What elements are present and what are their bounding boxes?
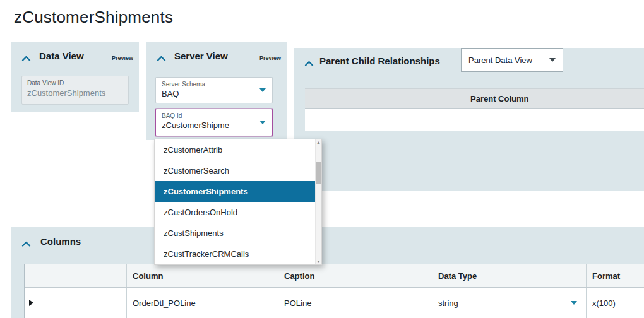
parent-column-header: Parent Column <box>465 89 644 108</box>
caption-cell[interactable]: POLine <box>278 288 432 318</box>
parent-data-view-value: Parent Data View <box>468 56 532 65</box>
parent-column-cell[interactable] <box>465 109 644 131</box>
server-view-preview-button[interactable]: Preview <box>259 55 281 61</box>
parent-table-header-row: Parent Column <box>305 88 644 109</box>
data-view-preview-button[interactable]: Preview <box>112 55 133 61</box>
parent-table-row-selector-cell[interactable] <box>305 109 465 131</box>
columns-title: Columns <box>40 236 81 247</box>
parent-table-header-spacer <box>305 89 465 108</box>
server-schema-label: Server Schema <box>162 81 266 88</box>
data-view-id-label: Data View ID <box>27 80 123 86</box>
server-schema-value: BAQ <box>162 89 266 98</box>
parent-child-title: Parent Child Relationships <box>319 56 440 66</box>
baq-id-value: zCustomerShipme <box>162 121 266 130</box>
data-view-title: Data View <box>39 50 84 61</box>
server-view-panel: Server View Preview Server Schema BAQ BA… <box>146 42 287 140</box>
chevron-up-icon[interactable] <box>21 53 31 60</box>
column-header: Column <box>127 264 278 287</box>
server-schema-combo[interactable]: Server Schema BAQ <box>155 77 273 103</box>
row-selector-header-cell <box>25 264 127 287</box>
dropdown-option-selected[interactable]: zCustomerShipments <box>155 181 321 202</box>
baq-id-label: BAQ Id <box>162 112 266 119</box>
columns-header-row: Column Caption Data Type Format <box>25 264 644 288</box>
caret-down-icon[interactable] <box>259 121 266 124</box>
row-selector-cell[interactable] <box>25 288 127 318</box>
columns-panel: Columns Column Caption Data Type Format … <box>11 227 644 318</box>
page-title: zCustomerShipments <box>14 8 173 27</box>
parent-child-panel: Parent Child Relationships Parent Data V… <box>294 48 644 191</box>
table-row[interactable]: OrderDtl_POLine POLine string x(100) <box>25 288 644 318</box>
caption-header: Caption <box>278 264 432 287</box>
parent-table-empty-row[interactable] <box>305 109 644 131</box>
dropdown-option[interactable]: zCustomerAttrib <box>155 139 321 160</box>
chevron-up-icon[interactable] <box>21 238 31 245</box>
dropdown-option[interactable]: zCustShipments <box>155 223 321 244</box>
format-cell[interactable]: x(100) <box>587 288 644 318</box>
dropdown-option[interactable]: zCustTrackerCRMCalls <box>155 244 321 264</box>
caret-down-icon[interactable] <box>259 88 266 92</box>
caret-down-icon[interactable] <box>549 58 556 62</box>
scroll-down-icon[interactable]: ▼ <box>316 259 321 264</box>
server-view-title: Server View <box>174 50 228 61</box>
chevron-up-icon[interactable] <box>157 53 166 60</box>
data-type-cell[interactable]: string <box>432 288 587 318</box>
app-root: zCustomerShipments Data View Preview Dat… <box>0 0 644 318</box>
column-cell[interactable]: OrderDtl_POLine <box>127 288 278 318</box>
dropdown-option[interactable]: zCustomerSearch <box>155 160 321 181</box>
baq-id-dropdown-list: zCustomerAttrib zCustomerSearch zCustome… <box>154 139 322 265</box>
columns-table: Column Caption Data Type Format OrderDtl… <box>24 264 644 318</box>
baq-id-combo[interactable]: BAQ Id zCustomerShipme <box>155 109 273 136</box>
data-view-panel: Data View Preview Data View ID zCustomer… <box>11 42 139 112</box>
dropdown-scrollbar[interactable]: ▲ ▼ <box>315 139 321 264</box>
format-header: Format <box>587 264 644 287</box>
data-type-value: string <box>438 298 458 308</box>
parent-data-view-selector[interactable]: Parent Data View <box>461 48 563 72</box>
parent-child-table: Parent Column <box>305 88 644 131</box>
dropdown-option[interactable]: zCustOrdersOnHold <box>155 202 321 223</box>
scroll-up-icon[interactable]: ▲ <box>316 140 321 144</box>
row-selector-icon <box>29 300 33 306</box>
scrollbar-thumb[interactable] <box>316 162 321 184</box>
caret-down-icon[interactable] <box>571 301 577 305</box>
data-view-id-value: zCustomerShipments <box>27 88 123 98</box>
chevron-up-icon[interactable] <box>304 58 314 65</box>
data-view-id-field[interactable]: Data View ID zCustomerShipments <box>21 76 129 105</box>
data-type-header: Data Type <box>432 264 587 287</box>
